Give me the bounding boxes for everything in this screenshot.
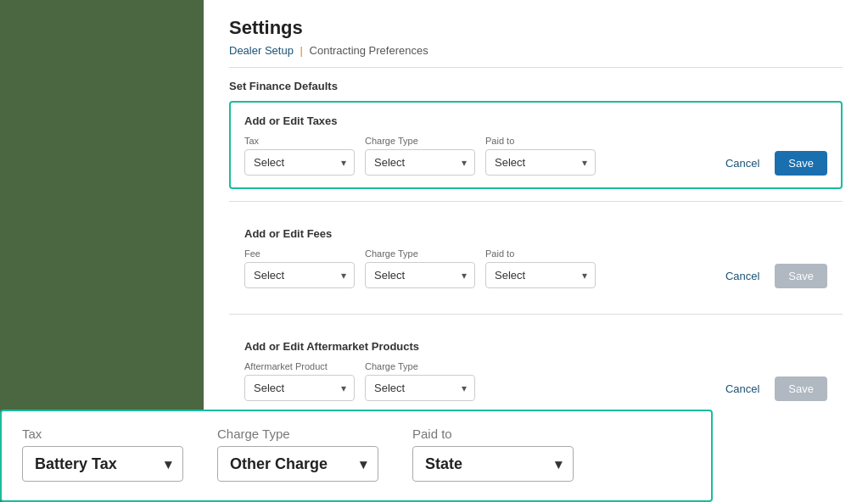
zoom-tax-group: Tax Battery Tax: [22, 427, 183, 482]
fee-group: Fee Select: [244, 248, 355, 288]
fee-label: Fee: [244, 248, 355, 259]
aftermarket-product-select-wrapper: Select: [244, 375, 355, 401]
tax-charge-type-select[interactable]: Select: [365, 149, 475, 176]
zoom-tax-select-wrapper: Battery Tax: [22, 446, 183, 482]
section-title: Set Finance Defaults: [229, 80, 843, 92]
fee-cancel-button[interactable]: Cancel: [719, 265, 766, 287]
tax-group: Tax Select: [244, 136, 355, 176]
tax-paid-to-group: Paid to Select: [485, 136, 596, 176]
zoom-tax-select[interactable]: Battery Tax: [22, 446, 183, 482]
zoom-charge-type-group: Charge Type Other Charge: [217, 427, 378, 482]
breadcrumb-current: Contracting Preferences: [310, 44, 428, 57]
fee-save-button[interactable]: Save: [775, 264, 827, 288]
aftermarket-charge-type-select[interactable]: Select: [365, 375, 475, 401]
fee-charge-type-group: Charge Type Select: [365, 248, 475, 288]
zoom-charge-type-label: Charge Type: [217, 427, 378, 441]
fee-paid-to-label: Paid to: [485, 248, 596, 259]
zoom-paid-to-label: Paid to: [412, 427, 574, 441]
zoom-form-row: Tax Battery Tax Charge Type Other Charge: [22, 427, 691, 482]
fee-paid-to-select-wrapper: Select: [485, 262, 596, 288]
zoom-tax-label: Tax: [22, 427, 183, 441]
aftermarket-cancel-button[interactable]: Cancel: [719, 377, 766, 400]
aftermarket-action-buttons: Cancel Save: [719, 376, 827, 401]
tax-paid-to-select-wrapper: Select: [485, 149, 596, 176]
fee-form-row: Fee Select Charge Type Select: [244, 248, 827, 288]
fee-charge-type-select[interactable]: Select: [365, 262, 475, 288]
fee-paid-to-select[interactable]: Select: [485, 262, 596, 288]
tax-form-row: Tax Select Charge Type Select: [244, 136, 827, 176]
aftermarket-card: Add or Edit Aftermarket Products Afterma…: [229, 326, 843, 415]
tax-save-button[interactable]: Save: [775, 151, 827, 176]
aftermarket-product-group: Aftermarket Product Select: [244, 361, 355, 401]
zoom-card: Tax Battery Tax Charge Type Other Charge: [0, 410, 713, 502]
divider-2: [229, 314, 843, 315]
fee-charge-type-label: Charge Type: [365, 248, 475, 259]
page-wrapper: Settings Dealer Setup | Contracting Pref…: [0, 0, 868, 502]
fee-paid-to-group: Paid to Select: [485, 248, 596, 288]
aftermarket-charge-type-select-wrapper: Select: [365, 375, 475, 401]
tax-select[interactable]: Select: [244, 149, 355, 176]
aftermarket-charge-type-label: Charge Type: [365, 361, 475, 371]
breadcrumb-separator: |: [300, 44, 303, 57]
page-title: Settings: [229, 17, 843, 39]
zoom-charge-type-select-wrapper: Other Charge: [217, 446, 378, 482]
fee-select[interactable]: Select: [244, 262, 355, 288]
tax-paid-to-label: Paid to: [485, 136, 596, 146]
tax-cancel-button[interactable]: Cancel: [719, 152, 766, 175]
aftermarket-product-label: Aftermarket Product: [244, 361, 355, 371]
breadcrumb: Dealer Setup | Contracting Preferences: [229, 44, 843, 68]
fee-action-buttons: Cancel Save: [719, 264, 827, 288]
tax-label: Tax: [244, 136, 355, 146]
zoom-paid-to-select-wrapper: State: [412, 446, 574, 482]
tax-charge-type-group: Charge Type Select: [365, 136, 475, 176]
tax-charge-type-label: Charge Type: [365, 136, 475, 146]
tax-charge-type-select-wrapper: Select: [365, 149, 475, 176]
tax-select-wrapper: Select: [244, 149, 355, 176]
fee-card-title: Add or Edit Fees: [244, 227, 827, 240]
aftermarket-save-button[interactable]: Save: [775, 376, 827, 401]
fee-charge-type-select-wrapper: Select: [365, 262, 475, 288]
tax-paid-to-select[interactable]: Select: [485, 149, 596, 176]
fee-select-wrapper: Select: [244, 262, 355, 288]
tax-card-title: Add or Edit Taxes: [244, 114, 827, 127]
aftermarket-charge-type-group: Charge Type Select: [365, 361, 475, 401]
zoom-paid-to-group: Paid to State: [412, 427, 574, 482]
divider-1: [229, 201, 843, 202]
tax-action-buttons: Cancel Save: [719, 151, 827, 176]
aftermarket-product-select[interactable]: Select: [244, 375, 355, 401]
aftermarket-card-title: Add or Edit Aftermarket Products: [244, 340, 827, 353]
zoom-charge-type-select[interactable]: Other Charge: [217, 446, 378, 482]
breadcrumb-link[interactable]: Dealer Setup: [229, 44, 294, 57]
fee-card: Add or Edit Fees Fee Select Charge Type: [229, 214, 843, 302]
zoom-paid-to-select[interactable]: State: [412, 446, 574, 482]
aftermarket-form-row: Aftermarket Product Select Charge Type S…: [244, 361, 827, 401]
tax-card: Add or Edit Taxes Tax Select Charge Type: [229, 101, 843, 189]
